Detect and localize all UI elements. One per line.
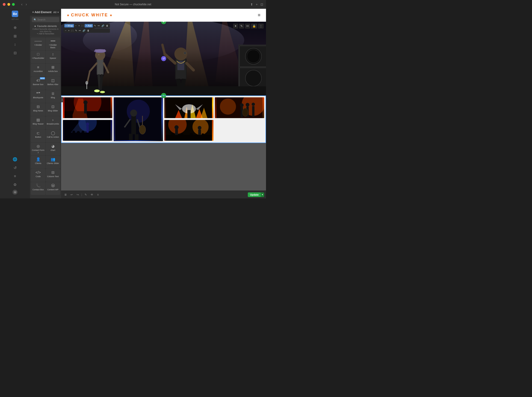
svg-point-60 [139,125,146,134]
search-input[interactable] [37,18,57,21]
element-item-content-wp[interactable]: Ⓦ Content WP [46,182,60,195]
gallery-add-btn[interactable]: + [161,93,166,98]
rt-more-icon[interactable]: ⋮ [258,24,264,29]
preview-icon[interactable]: 👁 [90,192,95,197]
sidebar-toggle-icon[interactable]: ⊡ [260,3,263,6]
element-item-clients[interactable]: 👤 Clients [31,156,45,169]
element-item-spacer[interactable]: ↕ Spacer [46,50,60,63]
gallery-photo-5[interactable] [63,120,112,141]
redo-icon[interactable]: ↪ [75,192,80,197]
traffic-light-yellow[interactable] [7,3,10,6]
rt-edit-icon[interactable]: ✎ [239,24,244,29]
share-icon[interactable]: ⬆ [250,3,253,6]
update-button[interactable]: Update [248,192,261,197]
sidebar-icon-settings[interactable]: ≡ [12,173,17,180]
element-item-divider-basic[interactable]: ━━ • Divider Basic [46,37,60,50]
sidebar-icon-gear[interactable]: ⚙ [12,181,18,188]
element-item-article-box[interactable]: ⊞ Article box [46,64,60,77]
logo-text: CHUCK WHITE [71,13,108,18]
sidebar-icon-layers[interactable]: ⊕ [12,24,18,31]
element-item-before-after[interactable]: ◫ Before After [46,77,60,90]
panel-collapse-btn[interactable]: ‹ [61,97,63,102]
element-item-column-text[interactable]: ⊟ Column Text [46,169,60,182]
update-dropdown-arrow[interactable]: ▾ [261,192,264,197]
sidebar-icon-refresh[interactable]: ↺ [12,164,18,171]
sidebar-icon-grid[interactable]: ⊞ [12,32,18,40]
rt-lock-icon[interactable]: 🔒 [251,24,257,29]
toolbar-delete-1[interactable]: 🗑 [105,24,109,27]
add-to-favourites-link[interactable]: + Add to favourites [32,32,59,35]
canvas-wrapper[interactable]: ‹ ★ CHUCK WHITE ★ ≡ [61,9,266,191]
toolbar-minus-1[interactable]: − [74,24,77,27]
wordpress-icon[interactable]: Ⓦ [12,190,18,195]
edit-icon-bt[interactable]: ✎ [84,192,88,197]
logo-star-left: ★ [66,13,70,17]
element-item-blog-teaser[interactable]: ▤ Blog Teaser [31,116,45,129]
traffic-light-red[interactable] [3,3,6,6]
nav-back[interactable]: ‹ [20,2,23,6]
element-item-divider[interactable]: —⁠— • Divider [31,37,45,50]
add-tab-icon[interactable]: + [256,3,258,6]
svg-point-94 [104,131,108,134]
element-item-clients-slider[interactable]: 👥 Clients Slider [46,156,60,169]
svg-point-106 [181,133,183,136]
fab-refresh[interactable]: ↺ [161,56,166,61]
element-item-button[interactable]: ⊏ Button [31,130,45,142]
floating-toolbar: + Wrap − + 1/1 + Add ✎ ⚯ 🔗 🗑 − + [63,24,110,33]
element-item-banner-box[interactable]: NEW 🏷 Banner box [31,77,45,90]
gallery-photo-1[interactable] [63,97,112,118]
sidebar-icon-globe[interactable]: 🌐 [11,156,19,163]
hamburger-menu[interactable]: ≡ [258,12,260,18]
element-item-contact-form-7[interactable]: ◎ Contact Form 7 [31,143,45,155]
gallery-photo-4[interactable] [215,97,264,118]
rt-settings-icon[interactable]: ✦ [233,24,238,29]
element-item-chart[interactable]: ◕ chart [46,143,60,155]
svg-point-91 [91,130,94,133]
add-button[interactable]: + Add [85,24,93,27]
toolbar-delete-2[interactable]: 🗑 [86,29,90,32]
favourites-subtitle: Collect favourite elements in one place … [32,28,59,32]
element-item-blockquote[interactable]: ❝❞ Blockquote [31,90,45,103]
filter-chevron[interactable]: ▾ [57,11,59,14]
element-item-call-to-action[interactable]: ◯ Call to Action [46,130,60,142]
sidebar-icon-sort[interactable]: ↕ [13,41,17,48]
toolbar-minus-2[interactable]: − [64,29,67,32]
toolbar-plus-1[interactable]: + [78,24,80,27]
element-item-blog[interactable]: ≣ Blog [46,90,60,103]
element-item-breadcrumbs[interactable]: › Breadcrumbs [46,116,60,129]
gallery-photo-3[interactable] [164,97,214,118]
gallery-photo-6[interactable] [164,120,214,141]
wrap-button[interactable]: + Wrap [64,24,74,27]
element-item-accordion[interactable]: ≡ Accordion [31,64,45,77]
element-item-blog-slider[interactable]: ⊡ Blog Slider [46,103,60,116]
all-filter-label[interactable]: All [53,11,56,14]
element-item-contact-box[interactable]: 📞 Contact Box [31,182,45,195]
rt-link-icon[interactable]: ⚯ [245,24,250,29]
toolbar-row-1: + Wrap − + 1/1 + Add ✎ ⚯ 🔗 🗑 [63,24,110,28]
element-item-blog-news[interactable]: ⊟ Blog News [31,103,45,116]
svg-rect-71 [187,110,190,118]
undo-icon[interactable]: ↩ [69,192,74,197]
add-element-label[interactable]: + Add Element [32,11,51,14]
traffic-light-green[interactable] [12,3,15,6]
sidebar-icon-panel[interactable]: ⊟ [12,49,18,56]
toolbar-edit-2[interactable]: ✎ [74,29,78,32]
toolbar-edit-1[interactable]: ✎ [93,24,97,27]
menu-icon-bt[interactable]: ≡ [96,192,100,197]
element-item-code[interactable]: </> Code [31,169,45,182]
element-item-placeholder[interactable]: □ • Placeholder [31,50,45,63]
sidebar-logo[interactable]: Be [12,11,18,17]
nav-forward[interactable]: › [25,2,28,6]
toolbar-plus-2[interactable]: + [67,29,70,32]
toolbar-ext-link-1[interactable]: 🔗 [101,24,105,27]
favourites-title: ★ Favourite elements [32,25,59,27]
svg-point-55 [130,110,137,117]
svg-point-89 [82,131,84,134]
toolbar-ext-link-2[interactable]: 🔗 [82,29,86,32]
hero-section: + Wrap − + 1/1 + Add ✎ ⚯ 🔗 🗑 − + [61,22,266,95]
toolbar-link-1[interactable]: ⚯ [97,24,100,27]
gallery-photo-2[interactable] [114,97,163,141]
toolbar-link-2[interactable]: ⚯ [78,29,81,32]
svg-point-29 [98,54,100,55]
device-desktop-icon[interactable]: 🖥 [63,192,68,197]
